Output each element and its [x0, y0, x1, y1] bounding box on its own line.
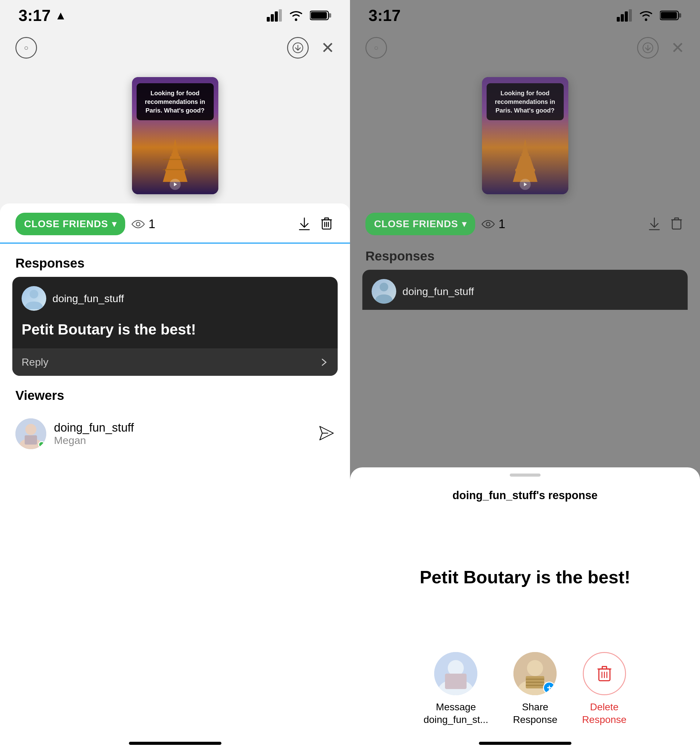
right-top-right-icons: ✕: [637, 37, 685, 59]
download-arrow-icon: [292, 42, 303, 53]
left-status-bar: 3:17 ▲: [0, 0, 350, 31]
plus-badge: +: [543, 681, 555, 694]
modal-handle: [510, 474, 541, 477]
svg-rect-41: [515, 169, 535, 172]
story-card-left: Looking for food recommendations in Pari…: [132, 77, 218, 194]
close-friends-label-right: CLOSE FRIENDS: [374, 218, 458, 230]
left-circle-icon[interactable]: ○: [15, 37, 37, 59]
svg-rect-26: [25, 435, 37, 445]
svg-point-25: [25, 424, 36, 435]
right-status-bar: 3:17: [350, 0, 700, 31]
right-battery-icon: [660, 10, 681, 21]
svg-point-23: [29, 290, 38, 298]
chevron-down-icon-right: ▾: [462, 219, 467, 229]
right-signal-icon: [617, 9, 632, 22]
right-time-text: 3:17: [368, 6, 400, 25]
left-bottom-sheet: CLOSE FRIENDS ▾ 1: [0, 204, 350, 751]
svg-rect-0: [267, 17, 270, 22]
svg-rect-1: [271, 14, 274, 22]
close-friends-label-left: CLOSE FRIENDS: [24, 218, 108, 230]
close-friends-button-right[interactable]: CLOSE FRIENDS ▾: [365, 213, 475, 235]
right-toolbar: CLOSE FRIENDS ▾ 1: [350, 204, 700, 243]
play-button-right[interactable]: [519, 179, 531, 190]
viewer-username-left: doing_fun_stuff: [54, 421, 311, 434]
right-download-icon[interactable]: [637, 37, 659, 59]
svg-point-17: [136, 222, 140, 226]
svg-marker-43: [524, 182, 527, 186]
message-action[interactable]: Message doing_fun_st...: [423, 652, 488, 726]
responses-title-left: Responses: [15, 256, 335, 271]
share-action-label: ShareResponse: [513, 701, 557, 726]
svg-rect-32: [629, 9, 632, 22]
svg-rect-35: [661, 12, 677, 19]
svg-point-4: [295, 19, 297, 21]
svg-point-33: [645, 19, 647, 21]
response-username-left: doing_fun_stuff: [53, 292, 124, 304]
response-card-left: doing_fun_stuff Petit Boutary is the bes…: [12, 277, 338, 376]
right-close-icon[interactable]: ✕: [671, 39, 685, 57]
delete-button-left[interactable]: [318, 215, 335, 233]
modal-response-text: Petit Boutary is the best!: [414, 566, 637, 589]
download-button-right[interactable]: [646, 215, 662, 233]
viewer-realname-left: Megan: [54, 434, 311, 447]
response-card-footer-left: Reply: [12, 348, 338, 376]
svg-rect-46: [672, 220, 681, 229]
svg-marker-9: [172, 139, 178, 154]
send-message-icon-left[interactable]: [318, 425, 335, 442]
svg-rect-6: [311, 12, 327, 19]
chevron-down-icon-left: ▾: [112, 219, 117, 229]
play-button-left[interactable]: [170, 179, 181, 190]
trash-icon: [593, 663, 615, 685]
views-number-left: 1: [148, 217, 155, 231]
reply-button-left[interactable]: Reply: [22, 356, 48, 368]
viewer-row-left: doing_fun_stuff Megan: [0, 409, 350, 459]
eye-icon-left: [131, 219, 145, 229]
svg-rect-7: [329, 13, 331, 18]
viewer-info-left: doing_fun_stuff Megan: [54, 421, 311, 447]
viewer-avatar-left: [15, 418, 46, 449]
right-wifi-icon: [638, 9, 654, 22]
svg-point-52: [527, 660, 543, 676]
response-text-left: Petit Boutary is the best!: [12, 317, 338, 348]
svg-rect-39: [521, 153, 529, 156]
eye-icon-right: [481, 219, 495, 229]
svg-marker-16: [174, 182, 177, 186]
svg-marker-40: [516, 156, 535, 170]
home-indicator-right: [479, 742, 572, 745]
download-button-left[interactable]: [296, 215, 312, 233]
response-avatar-left: [22, 286, 46, 311]
svg-rect-31: [625, 11, 628, 22]
right-circle-icon[interactable]: ○: [365, 37, 387, 59]
right-time: 3:17: [368, 6, 400, 25]
svg-marker-38: [522, 139, 528, 154]
svg-point-47: [380, 283, 388, 291]
viewers-title-left: Viewers: [15, 388, 335, 403]
svg-rect-29: [617, 17, 620, 22]
modal-title: doing_fun_stuff's response: [453, 489, 598, 502]
chevron-right-icon: [320, 358, 328, 366]
svg-marker-11: [166, 156, 184, 170]
download-icon[interactable]: [287, 37, 309, 59]
share-response-action[interactable]: + ShareResponse: [513, 652, 557, 726]
response-card-right: doing_fun_stuff: [362, 270, 688, 310]
signal-icon: [267, 9, 282, 22]
eiffel-tower-right: [513, 139, 538, 182]
left-status-icons: [267, 9, 332, 22]
delete-button-right[interactable]: [669, 215, 685, 233]
left-top-right-icons: ✕: [287, 37, 335, 59]
delete-response-action[interactable]: DeleteResponse: [582, 652, 626, 726]
svg-rect-14: [163, 159, 187, 160]
right-status-icons: [617, 9, 681, 22]
close-icon[interactable]: ✕: [321, 39, 335, 57]
story-question-right: Looking for food recommendations in Pari…: [487, 83, 564, 120]
svg-point-44: [486, 222, 490, 226]
svg-rect-2: [275, 11, 278, 22]
eiffel-tower-left: [163, 139, 187, 182]
close-friends-button-left[interactable]: CLOSE FRIENDS ▾: [15, 213, 125, 235]
share-avatar: +: [513, 652, 556, 695]
responses-title-right: Responses: [365, 249, 685, 264]
story-card-right: Looking for food recommendations in Pari…: [482, 77, 568, 194]
delete-action-label: DeleteResponse: [582, 701, 626, 726]
views-count-right: 1: [481, 217, 505, 231]
home-indicator-left: [129, 742, 221, 745]
